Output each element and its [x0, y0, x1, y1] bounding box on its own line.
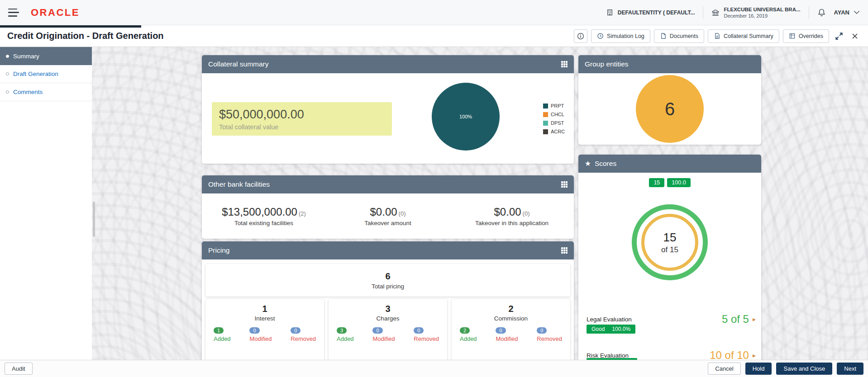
info-icon — [577, 33, 584, 40]
removed-label: Removed — [414, 335, 439, 342]
divider — [809, 6, 809, 19]
scores-donut-chart: 15 of 15 — [632, 204, 708, 280]
sidebar-item-comments[interactable]: Comments — [0, 83, 92, 101]
entity-selector[interactable]: DEFAULTENTITY ( DEFAULT... — [606, 9, 695, 16]
info-button[interactable] — [574, 29, 587, 43]
user-name: AYAN — [834, 9, 849, 16]
other-bank-card-body: $13,500,000.00(2) Total existing facilit… — [202, 193, 574, 239]
donut-inner-ring: 15 of 15 — [641, 214, 698, 271]
legend-item-dpst: DPST — [543, 120, 565, 126]
branch-date: December 16, 2019 — [724, 13, 800, 19]
collateral-pie-chart: 100% — [432, 83, 500, 151]
stat-count: (0) — [399, 210, 406, 217]
branch-name: FLEXCUBE UNIVERSAL BRA... — [724, 7, 800, 12]
user-menu[interactable]: AYAN — [834, 9, 860, 16]
save-and-close-button[interactable]: Save and Close — [776, 363, 832, 375]
stat-takeover-amount: $0.00(0) Takeover amount — [326, 206, 450, 226]
legend-item-acrc: ACRC — [543, 129, 565, 134]
grid-view-icon[interactable] — [561, 247, 568, 254]
modified-count-pill: 0 — [249, 327, 259, 334]
donut-total-label: of 15 — [661, 245, 678, 254]
legend-label: PRPT — [551, 103, 564, 108]
step-bullet — [6, 90, 9, 94]
scores-card-header: ★ Scores — [578, 155, 761, 173]
legal-evaluation-score: 5 of 5 ▸ — [722, 313, 756, 325]
cancel-button[interactable]: Cancel — [708, 363, 740, 375]
modified-label: Modified — [496, 335, 518, 342]
stat-count: (0) — [523, 210, 530, 217]
stat-total-existing-facilities: $13,500,000.00(2) Total existing facilit… — [202, 206, 326, 226]
titlebar-actions: Simulation Log Documents Collateral Summ… — [574, 29, 861, 43]
documents-button[interactable]: Documents — [654, 29, 704, 43]
divider — [703, 6, 703, 19]
pie-legend: PRPT CHCL DPST ACRC — [543, 103, 565, 134]
badge-removed: 0 Removed — [291, 327, 316, 342]
card-scores: ★ Scores 15 100.0 15 of 15 Legal Evaluat… — [578, 155, 761, 360]
document-lines-icon — [714, 33, 720, 39]
grid-view-icon[interactable] — [561, 181, 568, 188]
hold-button[interactable]: Hold — [745, 363, 772, 375]
risk-evaluation-score: 10 of 10 ▸ — [710, 349, 756, 360]
group-badges: 3 Added 0 Modified 0 Removed — [329, 327, 447, 342]
pie-percentage-label: 100% — [459, 114, 472, 119]
audit-button[interactable]: Audit — [5, 363, 33, 375]
modified-count-pill: 0 — [372, 327, 382, 334]
step-bullet — [6, 72, 9, 75]
clock-icon — [597, 33, 604, 39]
pricing-card-title: Pricing — [208, 246, 229, 254]
pricing-card-header: Pricing — [202, 241, 574, 259]
modified-label: Modified — [372, 335, 395, 342]
card-collateral-summary: Collateral summary $50,000,000.00 Total … — [202, 55, 574, 164]
total-collateral-label: Total collateral value — [219, 123, 392, 131]
removed-label: Removed — [291, 335, 316, 342]
sidebar-item-draft-generation[interactable]: Draft Generation — [0, 65, 92, 83]
stat-label: Takeover amount — [326, 220, 450, 226]
badge-added: 3 Added — [337, 327, 354, 342]
collateral-summary-button[interactable]: Collateral Summary — [708, 29, 779, 43]
risk-expand-arrow-icon[interactable]: ▸ — [753, 352, 756, 359]
stat-label: Total existing facilities — [202, 220, 326, 226]
bank-icon — [711, 9, 720, 17]
sidebar-item-summary[interactable]: Summary — [0, 47, 92, 65]
grade-text: Good — [591, 326, 605, 332]
grid-view-icon[interactable] — [561, 61, 568, 67]
collateral-summary-label: Collateral Summary — [724, 33, 773, 39]
notifications-bell-icon[interactable] — [817, 8, 826, 17]
simulation-log-label: Simulation Log — [607, 33, 644, 39]
group-label: Interest — [205, 315, 324, 322]
badge-added: 2 Added — [460, 327, 477, 342]
total-collateral-highlight: $50,000,000.00 Total collateral value — [212, 102, 392, 136]
pricing-groups-row: 1 Interest 1 Added 0 Modified 0 Removed — [205, 299, 570, 360]
group-entities-count-circle: 6 — [636, 75, 704, 143]
vertical-scrollbar[interactable] — [93, 202, 95, 237]
overrides-button[interactable]: Overrides — [783, 29, 829, 43]
stat-count: (2) — [299, 210, 306, 217]
total-pricing-label: Total pricing — [372, 283, 404, 290]
legend-label: DPST — [551, 120, 564, 126]
hamburger-menu-icon[interactable] — [8, 9, 19, 17]
legal-expand-arrow-icon[interactable]: ▸ — [753, 316, 756, 323]
group-badges: 1 Added 0 Modified 0 Removed — [205, 327, 324, 342]
badge-modified: 0 Modified — [372, 327, 395, 342]
expand-fullscreen-icon[interactable] — [833, 32, 845, 40]
group-count: 3 — [329, 304, 447, 314]
group-entities-card-header: Group entities — [578, 55, 761, 73]
sidebar-item-label: Comments — [13, 89, 43, 95]
pricing-total-panel: 6 Total pricing — [205, 264, 570, 297]
sidebar-item-label: Draft Generation — [13, 71, 58, 77]
close-icon[interactable] — [849, 33, 861, 40]
added-count-pill: 3 — [337, 327, 347, 334]
badge-modified: 0 Modified — [249, 327, 272, 342]
scores-top-badges: 15 100.0 — [578, 178, 761, 187]
simulation-log-button[interactable]: Simulation Log — [591, 29, 650, 43]
removed-count-pill: 0 — [537, 327, 547, 334]
legal-evaluation-label: Legal Evaluation — [587, 316, 632, 323]
group-entities-card-body: 6 — [578, 73, 761, 145]
modified-count-pill: 0 — [496, 327, 506, 334]
badge-removed: 0 Removed — [414, 327, 439, 342]
next-button[interactable]: Next — [837, 363, 863, 375]
document-icon — [660, 33, 667, 39]
entity-label: DEFAULTENTITY ( DEFAULT... — [618, 9, 695, 16]
branch-selector[interactable]: FLEXCUBE UNIVERSAL BRA... December 16, 2… — [711, 7, 800, 19]
star-icon: ★ — [585, 160, 591, 168]
